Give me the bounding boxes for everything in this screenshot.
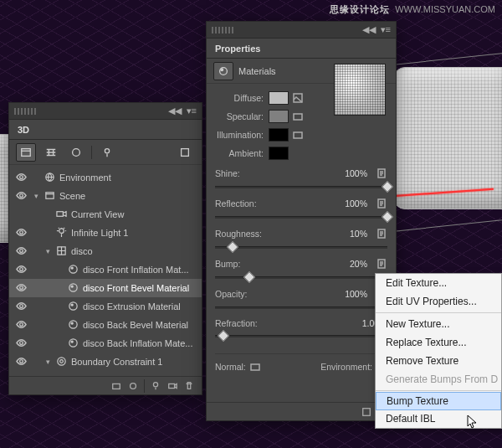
diffuse-texture-icon[interactable] <box>292 92 304 104</box>
filter-scene-icon[interactable] <box>16 143 36 162</box>
cursor-icon <box>467 415 479 430</box>
menu-item[interactable]: Edit Texture... <box>376 274 501 292</box>
visibility-icon[interactable] <box>14 245 28 258</box>
panel-collapse-icon[interactable]: ◀◀ <box>362 24 376 35</box>
reflection-value[interactable]: 100% <box>345 198 371 209</box>
delete-icon[interactable] <box>183 380 195 392</box>
menu-item[interactable]: Replace Texture... <box>376 333 501 352</box>
illumination-swatch[interactable] <box>269 128 289 142</box>
tree-row[interactable]: Environment <box>9 168 202 187</box>
panel-collapse-icon[interactable]: ◀◀ <box>168 106 182 116</box>
visibility-icon[interactable] <box>14 190 28 203</box>
visibility-icon[interactable] <box>14 337 28 350</box>
render-settings-icon[interactable] <box>110 380 122 392</box>
roughness-texture-icon[interactable] <box>376 228 387 239</box>
svg-point-2 <box>105 148 109 152</box>
twist-icon[interactable]: ▾ <box>31 192 41 200</box>
svg-point-11 <box>19 249 23 252</box>
render-icon[interactable] <box>127 380 139 392</box>
bump-slider[interactable] <box>215 271 387 283</box>
opacity-slider[interactable] <box>215 301 387 313</box>
specular-texture-icon[interactable] <box>292 111 304 122</box>
tree-row[interactable]: ▾Boundary Constraint 1 <box>9 353 202 371</box>
svg-point-22 <box>19 322 23 326</box>
visibility-icon[interactable] <box>14 264 28 276</box>
refraction-label: Refraction: <box>215 318 258 328</box>
tree-label: Scene <box>58 191 198 201</box>
panel-options-icon[interactable] <box>175 143 195 162</box>
menu-item: Generate Bumps From D <box>376 370 501 389</box>
twist-icon[interactable]: ▾ <box>43 358 53 366</box>
shine-value[interactable]: 100% <box>345 168 371 178</box>
visibility-icon[interactable] <box>14 227 28 239</box>
panel-menu-icon[interactable]: ▾≡ <box>187 106 197 116</box>
visibility-icon[interactable] <box>14 319 28 332</box>
opacity-value[interactable]: 100% <box>345 289 371 299</box>
tree-row[interactable]: disco Back Inflation Mate... <box>9 334 202 353</box>
new-material-icon[interactable] <box>361 406 372 418</box>
menu-item[interactable]: Bump Texture <box>376 392 501 410</box>
panel-grip[interactable] <box>212 27 233 33</box>
svg-rect-0 <box>22 148 31 156</box>
diffuse-swatch[interactable] <box>269 91 289 105</box>
illumination-texture-icon[interactable] <box>292 129 304 141</box>
panel-tab[interactable]: Properties <box>207 39 396 59</box>
shine-slider[interactable] <box>215 181 387 193</box>
bump-texture-icon[interactable] <box>376 258 387 270</box>
roughness-label: Roughness: <box>215 229 262 239</box>
panel-footer <box>207 402 396 420</box>
shine-texture-icon[interactable] <box>376 167 387 179</box>
bump-value[interactable]: 20% <box>350 259 371 269</box>
context-menu[interactable]: Edit Texture...Edit UV Properties...New … <box>375 273 502 429</box>
material-mode-icon[interactable] <box>213 62 233 80</box>
mat-icon <box>66 337 79 350</box>
env-icon <box>43 172 56 184</box>
panel-tab[interactable]: 3D <box>9 120 202 140</box>
roughness-slider[interactable] <box>215 241 387 253</box>
svg-point-21 <box>70 303 72 305</box>
tree-label: Environment <box>58 173 198 183</box>
visibility-icon[interactable] <box>14 282 28 295</box>
tree-row[interactable]: ▾Scene <box>9 187 202 205</box>
specular-swatch[interactable] <box>269 110 289 123</box>
menu-item[interactable]: Default IBL <box>376 409 501 428</box>
menu-item[interactable]: Edit UV Properties... <box>376 292 501 311</box>
tree-row[interactable]: disco Front Bevel Material <box>9 279 202 297</box>
ambient-swatch[interactable] <box>269 147 289 160</box>
panel-grip[interactable] <box>14 108 36 115</box>
filter-material-icon[interactable] <box>66 143 86 162</box>
watermark: 思缘设计论坛WWW.MISSYUAN.COM <box>330 3 495 16</box>
panel-titlebar[interactable]: ◀◀ ▾≡ <box>9 103 202 120</box>
svg-point-9 <box>19 230 23 234</box>
reflection-texture-icon[interactable] <box>376 198 387 209</box>
scene-icon <box>43 190 56 203</box>
material-preview[interactable] <box>334 64 386 116</box>
panel-titlebar[interactable]: ◀◀ ▾≡ <box>207 22 396 39</box>
scene-tree[interactable]: Environment▾SceneCurrent ViewInfinite Li… <box>9 165 202 374</box>
filter-mesh-icon[interactable] <box>41 143 61 162</box>
svg-point-14 <box>69 265 76 272</box>
tree-row[interactable]: disco Back Bevel Material <box>9 316 202 334</box>
visibility-icon[interactable] <box>14 172 28 184</box>
tree-row[interactable]: Infinite Light 1 <box>9 224 202 242</box>
visibility-icon[interactable] <box>14 356 28 368</box>
tree-row[interactable]: disco Front Inflation Mat... <box>9 260 202 279</box>
panel-menu-icon[interactable]: ▾≡ <box>381 24 391 35</box>
opacity-label: Opacity: <box>215 289 248 299</box>
tree-row[interactable]: disco Extrusion Material <box>9 297 202 316</box>
new-light-icon[interactable] <box>150 380 161 392</box>
specular-label: Specular: <box>215 111 269 121</box>
filter-light-icon[interactable] <box>97 143 117 162</box>
reflection-slider[interactable] <box>215 211 387 223</box>
twist-icon[interactable]: ▾ <box>43 247 53 255</box>
normal-texture-icon[interactable] <box>249 361 261 373</box>
visibility-icon[interactable] <box>14 301 28 313</box>
tree-label: disco Front Inflation Mat... <box>81 265 198 275</box>
menu-item[interactable]: New Texture... <box>376 315 501 333</box>
roughness-value[interactable]: 10% <box>350 229 371 239</box>
tree-row[interactable]: ▾disco <box>9 242 202 260</box>
refraction-slider[interactable] <box>215 330 387 342</box>
tree-row[interactable]: Current View <box>9 205 202 224</box>
menu-item[interactable]: Remove Texture <box>376 352 501 370</box>
new-camera-icon[interactable] <box>166 380 178 392</box>
